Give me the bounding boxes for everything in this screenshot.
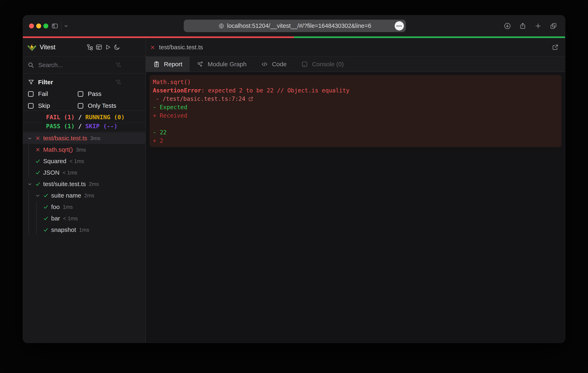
run-all-button[interactable] <box>103 43 112 52</box>
dashboard-button[interactable] <box>94 43 103 52</box>
summary-divider <box>106 123 146 123</box>
funnel-icon <box>28 79 34 85</box>
tree-view-icon <box>86 44 93 51</box>
toolbar-chevron-button[interactable] <box>63 15 70 36</box>
app-title: Vitest <box>40 43 55 51</box>
minimize-window-button[interactable] <box>36 23 41 28</box>
tab-label: Report <box>164 61 182 68</box>
fail-x-icon <box>150 45 155 50</box>
pass-check-icon <box>35 181 43 187</box>
test-label: bar <box>51 215 60 222</box>
test-progress-bar <box>23 36 565 38</box>
tab-code[interactable]: Code <box>254 57 294 72</box>
zoom-window-button[interactable] <box>43 23 48 28</box>
sidebar-toggle-button[interactable] <box>50 15 59 36</box>
filter-checkbox-only-tests[interactable]: Only Tests <box>78 102 121 109</box>
summary-pass-count: PASS (1) <box>46 123 75 130</box>
main-panel: test/basic.test.ts ReportModule GraphCod… <box>146 38 565 343</box>
tree-row[interactable]: suite name2ms <box>23 190 146 201</box>
pass-check-icon <box>35 158 43 164</box>
address-bar[interactable]: localhost:51204/__vitest__/#/?file=16484… <box>184 20 406 32</box>
checkbox-unchecked <box>78 103 83 109</box>
chevron-down-icon[interactable] <box>27 136 35 141</box>
test-label: suite name <box>51 192 81 199</box>
report-text: - /test/basic.test.ts:7:24 <box>156 95 245 103</box>
tree-view-button[interactable] <box>85 43 94 52</box>
tree-row[interactable]: JSON< 1ms <box>23 167 146 178</box>
tabs-overview-icon <box>550 22 557 30</box>
url-text: localhost:51204/__vitest__/#/?file=16484… <box>227 22 371 29</box>
tab-module-graph[interactable]: Module Graph <box>190 57 254 72</box>
chevron-down-icon[interactable] <box>27 182 35 187</box>
tab-label: Module Graph <box>208 61 247 68</box>
progress-pass-segment <box>294 36 565 38</box>
tab-label: Console (0) <box>312 61 344 68</box>
summary-running-count: RUNNING (0) <box>85 114 125 121</box>
checkbox-label: Only Tests <box>88 102 116 109</box>
pass-check-icon <box>43 193 51 198</box>
view-tabs: ReportModule GraphCodeConsole (0) <box>146 57 565 72</box>
checkbox-label: Fail <box>38 90 48 97</box>
test-tree: test/basic.test.ts3msMath.sqrt()3msSquar… <box>23 132 146 343</box>
run-all-icon <box>105 44 111 51</box>
tree-row[interactable]: snapshot1ms <box>23 224 146 236</box>
filter-checkbox-skip[interactable]: Skip <box>28 102 78 109</box>
stack-trace-link[interactable]: - /test/basic.test.ts:7:24 <box>153 95 557 103</box>
filter-clear-icon[interactable] <box>115 79 121 85</box>
downloads-button[interactable] <box>503 21 512 31</box>
new-tab-button[interactable] <box>534 21 543 31</box>
filter-clear-icon[interactable] <box>115 62 121 68</box>
tab-label: Code <box>272 61 287 68</box>
summary-line-1: FAIL (1) / RUNNING (0) <box>46 113 146 122</box>
search-bar <box>23 57 146 74</box>
test-duration: 2ms <box>89 181 99 187</box>
close-window-button[interactable] <box>29 23 34 28</box>
tree-row[interactable]: Squared< 1ms <box>23 155 146 167</box>
test-duration: 1ms <box>63 204 73 210</box>
search-input[interactable] <box>38 62 111 69</box>
tab-console-0[interactable]: Console (0) <box>294 57 351 72</box>
filter-checkbox-pass[interactable]: Pass <box>78 90 121 97</box>
test-duration: < 1ms <box>63 215 78 222</box>
filter-title-row: Filter <box>28 77 121 88</box>
test-summary: FAIL (1) / RUNNING (0) PASS (1) / SKIP (… <box>23 111 146 132</box>
report-text: + 2 <box>153 137 163 145</box>
dark-mode-button[interactable] <box>112 43 121 52</box>
open-file-name: test/basic.test.ts <box>159 44 203 51</box>
tab-report[interactable]: Report <box>146 57 190 72</box>
test-duration: < 1ms <box>63 169 77 176</box>
report-text: - Expected <box>153 103 187 112</box>
open-file-tab[interactable]: test/basic.test.ts <box>146 38 565 57</box>
test-duration: 3ms <box>76 147 86 153</box>
tree-row[interactable]: Math.sqrt()3ms <box>23 144 146 155</box>
toolbar-divider <box>61 22 61 30</box>
progress-fail-segment <box>23 36 294 38</box>
test-label: test/suite.test.ts <box>43 181 86 187</box>
report-text: AssertionError <box>153 86 201 95</box>
test-duration: < 1ms <box>69 158 84 165</box>
share-icon <box>519 22 526 30</box>
sidebar: Vitest <box>23 38 146 343</box>
share-button[interactable] <box>518 21 527 31</box>
tree-row[interactable]: test/suite.test.ts2ms <box>23 178 146 190</box>
test-label: test/basic.test.ts <box>43 135 87 142</box>
pass-check-icon <box>43 204 51 210</box>
filter-checkbox-fail[interactable]: Fail <box>28 90 78 97</box>
tree-row[interactable]: foo1ms <box>23 201 146 213</box>
tree-row[interactable]: bar< 1ms <box>23 213 146 224</box>
indent-guide <box>28 190 29 235</box>
traffic-lights <box>29 15 48 36</box>
report-line: + 2 <box>153 137 557 145</box>
report-text: - 22 <box>153 128 167 137</box>
dark-mode-icon <box>114 44 120 51</box>
tab-overview-button[interactable] <box>549 21 558 31</box>
chevron-down-icon[interactable] <box>35 193 43 198</box>
test-label: JSON <box>43 169 60 176</box>
checkbox-label: Skip <box>38 102 50 109</box>
page-options-button[interactable]: ••• <box>395 21 404 31</box>
report-line: - Expected <box>153 103 557 112</box>
open-in-new-window-button[interactable] <box>551 43 559 51</box>
tree-row[interactable]: test/basic.test.ts3ms <box>23 133 146 144</box>
test-label: snapshot <box>51 226 76 233</box>
external-link-icon <box>552 44 559 51</box>
